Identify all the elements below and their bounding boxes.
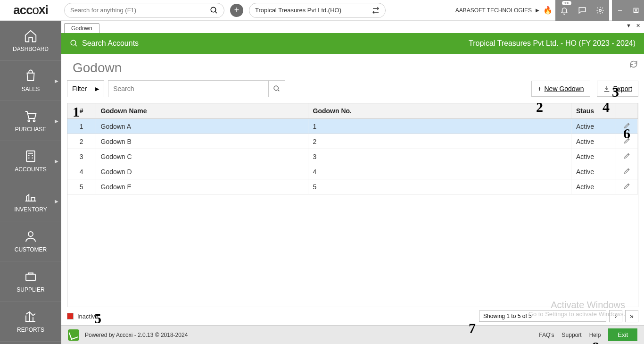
chevron-right-icon: ▶ <box>55 78 58 84</box>
exit-button[interactable]: Exit <box>608 328 637 341</box>
table-row[interactable]: 3Godown C3Active <box>67 149 638 164</box>
sidebar-item-accounts[interactable]: ACCOUNTS▶ <box>0 141 61 181</box>
search-accounts-link[interactable]: Search Accounts <box>82 39 139 48</box>
sidebar-item-dashboard[interactable]: DASHBOARD <box>0 21 61 61</box>
cell-status: Active <box>571 149 616 164</box>
chevron-right-icon: ▶ <box>55 159 58 164</box>
close-button[interactable] <box>628 0 644 21</box>
legend-color-swatch <box>67 313 74 319</box>
swap-icon <box>372 7 380 14</box>
col-edit <box>616 103 638 119</box>
col-status[interactable]: Staus <box>571 103 616 119</box>
sidebar-item-customer[interactable]: CUSTOMER <box>0 221 61 261</box>
minimize-button[interactable] <box>612 0 628 21</box>
gear-icon[interactable] <box>591 0 609 21</box>
svg-rect-16 <box>26 274 35 281</box>
cell-name: Godown E <box>96 179 308 194</box>
cell-number: 5 <box>67 179 96 194</box>
svg-point-15 <box>28 232 33 236</box>
col-number[interactable]: # <box>67 103 96 119</box>
context-label: Tropical Treasures Pvt Ltd. - HO (FY 202… <box>469 39 636 48</box>
bell-icon[interactable]: 99+ <box>555 0 573 21</box>
cell-number: 1 <box>67 119 96 134</box>
edit-icon[interactable] <box>623 153 631 161</box>
tab-close-icon[interactable]: ✕ <box>636 23 640 29</box>
svg-rect-3 <box>618 10 622 10</box>
help-link[interactable]: Help <box>589 332 601 338</box>
chevron-right-icon: ▶ <box>536 8 542 13</box>
chevron-right-icon: ▶ <box>55 118 58 124</box>
svg-point-17 <box>71 40 76 45</box>
col-no[interactable]: Godown No. <box>308 103 571 119</box>
cell-no: 4 <box>308 164 571 179</box>
chat-icon[interactable] <box>573 0 591 21</box>
svg-line-1 <box>215 11 217 13</box>
refresh-icon[interactable] <box>629 59 638 72</box>
tenant-name[interactable]: AABASOFT TECHNOLOGIES <box>455 7 536 14</box>
svg-point-7 <box>28 120 30 122</box>
svg-point-8 <box>33 120 35 122</box>
sidebar-item-supplier[interactable]: SUPPLIER <box>0 261 61 302</box>
svg-line-18 <box>75 44 77 46</box>
godown-table: # Godown Name Godown No. Staus 1Godown A… <box>67 103 638 307</box>
edit-icon[interactable] <box>623 168 631 176</box>
pagination-info: Showing 1 to 5 of 5 <box>479 310 606 322</box>
export-icon <box>603 85 611 92</box>
cell-name: Godown D <box>96 164 308 179</box>
tab-dropdown-icon[interactable]: ▼ <box>626 23 631 29</box>
sidebar-item-sales[interactable]: SALES▶ <box>0 61 61 101</box>
company-selector[interactable]: Tropical Treasures Pvt Ltd.(HO) <box>249 3 386 18</box>
new-godown-button[interactable]: + New Godown <box>531 81 590 97</box>
footer-logo-icon <box>68 329 79 341</box>
cell-name: Godown A <box>96 119 308 134</box>
sidebar: DASHBOARD SALES▶ PURCHASE▶ ACCOUNTS▶ INV… <box>0 21 61 344</box>
last-page-button[interactable]: » <box>625 310 638 322</box>
col-name[interactable]: Godown Name <box>96 103 308 119</box>
cell-status: Active <box>571 134 616 149</box>
svg-point-2 <box>599 9 602 11</box>
cell-no: 1 <box>308 119 571 134</box>
cell-no: 3 <box>308 149 571 164</box>
next-page-button[interactable]: › <box>609 310 622 322</box>
table-row[interactable]: 2Godown B2Active <box>67 134 638 149</box>
add-button[interactable]: + <box>230 4 243 17</box>
tab-godown[interactable]: Godown <box>64 23 99 33</box>
context-bar: Search Accounts Tropical Treasures Pvt L… <box>61 33 644 54</box>
chevron-right-icon: ▶ <box>55 199 58 204</box>
export-button[interactable]: Export <box>597 81 638 97</box>
sidebar-item-purchase[interactable]: PURCHASE▶ <box>0 101 61 141</box>
table-row[interactable]: 5Godown E5Active <box>67 179 638 194</box>
cell-status: Active <box>571 164 616 179</box>
table-row[interactable]: 1Godown A1Active <box>67 119 638 134</box>
table-search-button[interactable] <box>268 80 285 97</box>
play-icon: ▶ <box>95 86 99 92</box>
edit-icon[interactable] <box>623 184 631 191</box>
support-link[interactable]: Support <box>562 332 582 338</box>
svg-rect-9 <box>26 151 35 162</box>
search-icon <box>70 39 78 48</box>
edit-icon[interactable] <box>623 123 631 131</box>
cell-number: 4 <box>67 164 96 179</box>
search-icon <box>210 6 218 15</box>
company-name: Tropical Treasures Pvt Ltd.(HO) <box>255 7 341 14</box>
filter-button[interactable]: Filter ▶ <box>67 80 104 97</box>
faq-link[interactable]: FAQ's <box>539 332 554 338</box>
table-row[interactable]: 4Godown D4Active <box>67 164 638 179</box>
plus-icon: + <box>537 85 541 92</box>
global-search-input[interactable] <box>70 7 210 14</box>
cell-status: Active <box>571 179 616 194</box>
global-search[interactable] <box>64 3 224 18</box>
cell-name: Godown B <box>96 134 308 149</box>
svg-line-20 <box>278 90 279 91</box>
table-search-input[interactable] <box>108 80 268 97</box>
sidebar-item-reports[interactable]: REPORTS <box>0 302 61 342</box>
cell-number: 3 <box>67 149 96 164</box>
sidebar-item-inventory[interactable]: INVENTORY▶ <box>0 181 61 221</box>
notification-badge: 99+ <box>562 1 571 5</box>
app-logo: accoxi <box>0 0 61 21</box>
legend-inactive: Inactive <box>67 313 99 320</box>
edit-icon[interactable] <box>623 138 631 146</box>
fire-icon[interactable]: 🔥 <box>542 5 553 16</box>
cell-no: 5 <box>308 179 571 194</box>
svg-point-19 <box>274 86 278 90</box>
